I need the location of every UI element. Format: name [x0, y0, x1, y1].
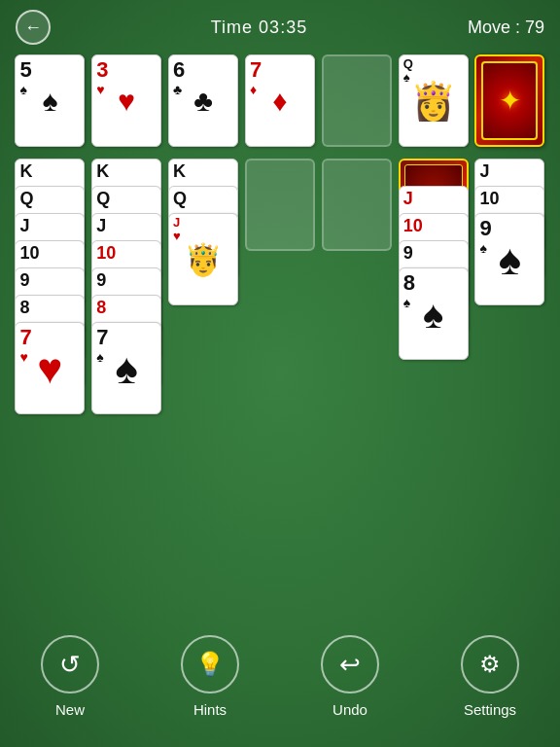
foundation-1[interactable]: 5 ♠ ♠ [15, 54, 85, 147]
undo-icon: ↩ [339, 650, 361, 680]
tableau: K Q J 10 9 8 7 ♥ ♥ K Q J 10 9 8 7 ♠ ♠ [8, 159, 552, 518]
tableau-col-6[interactable]: ✦ J 10 9 8 ♠ ♠ [399, 159, 469, 509]
queen-face: 👸 [400, 55, 468, 146]
rank: 5 [19, 57, 31, 83]
back-icon: ← [24, 18, 42, 38]
center-suit: ♠ [42, 85, 57, 118]
tableau-col-2[interactable]: K Q J 10 9 8 7 ♠ ♠ [91, 159, 161, 509]
suit: ♠ [19, 83, 26, 96]
settings-button[interactable]: ⚙ [461, 635, 519, 694]
jack-face: 🤴 [169, 214, 237, 304]
toolbar: ↺ New 💡 Hints ↩ Undo ⚙ Settings [0, 635, 560, 718]
rank: 6 [173, 57, 185, 83]
new-game-button[interactable]: ↺ [41, 635, 99, 694]
card-back-inner [481, 61, 538, 140]
hints-label: Hints [193, 701, 227, 718]
back-button[interactable]: ← [16, 10, 51, 45]
tableau-card-bottom[interactable]: 7 ♠ ♠ [91, 322, 161, 414]
hints-item[interactable]: 💡 Hints [181, 635, 239, 718]
tableau-card-bottom[interactable]: 8 ♠ ♠ [399, 267, 469, 360]
foundation-3[interactable]: 6 ♣ ♣ [168, 54, 238, 147]
rank: 7 [250, 57, 262, 83]
tableau-col-5-empty[interactable] [322, 159, 392, 251]
gear-icon: ⚙ [479, 651, 501, 678]
rank: 3 [96, 57, 108, 83]
settings-label: Settings [464, 701, 516, 718]
moves-display: Move : 79 [468, 18, 544, 38]
settings-item[interactable]: ⚙ Settings [461, 635, 519, 718]
center-suit: ♣ [193, 85, 213, 118]
tableau-jack-face[interactable]: J♥ 🤴 [168, 213, 238, 305]
refresh-icon: ↺ [59, 650, 81, 680]
timer-display: Time 03:35 [211, 18, 307, 38]
tableau-col-7[interactable]: J 10 9 ♠ ♠ [474, 159, 544, 509]
tableau-col-4-empty[interactable] [245, 159, 315, 251]
tableau-card-bottom[interactable]: 9 ♠ ♠ [474, 213, 544, 305]
bulb-icon: 💡 [195, 651, 225, 678]
waste-pile[interactable]: Q♠ 👸 [399, 54, 469, 147]
foundation-2[interactable]: 3 ♥ ♥ [91, 54, 161, 147]
center-suit: ♦ [272, 85, 287, 118]
suit: ♣ [173, 83, 182, 96]
tableau-col-1[interactable]: K Q J 10 9 8 7 ♥ ♥ [15, 159, 85, 509]
game-area: 5 ♠ ♠ 3 ♥ ♥ 6 ♣ ♣ 7 ♦ ♦ Q♠ 👸 [0, 54, 560, 518]
undo-item[interactable]: ↩ Undo [321, 635, 379, 718]
header: ← Time 03:35 Move : 79 [0, 0, 560, 54]
hints-button[interactable]: 💡 [181, 635, 239, 694]
foundation-4[interactable]: 7 ♦ ♦ [245, 54, 315, 147]
center-suit: ♥ [118, 85, 135, 118]
undo-button[interactable]: ↩ [321, 635, 379, 694]
tableau-card-bottom[interactable]: 7 ♥ ♥ [15, 322, 85, 414]
suit: ♦ [250, 83, 257, 96]
stock-pile-empty[interactable] [322, 54, 392, 147]
undo-label: Undo [332, 701, 368, 718]
stock-deck[interactable] [474, 54, 544, 147]
new-game-label: New [55, 701, 85, 718]
tableau-col-3[interactable]: K Q J♥ 🤴 [168, 159, 238, 509]
new-game-item[interactable]: ↺ New [41, 635, 99, 718]
suit: ♥ [96, 83, 104, 96]
top-row: 5 ♠ ♠ 3 ♥ ♥ 6 ♣ ♣ 7 ♦ ♦ Q♠ 👸 [8, 54, 552, 147]
